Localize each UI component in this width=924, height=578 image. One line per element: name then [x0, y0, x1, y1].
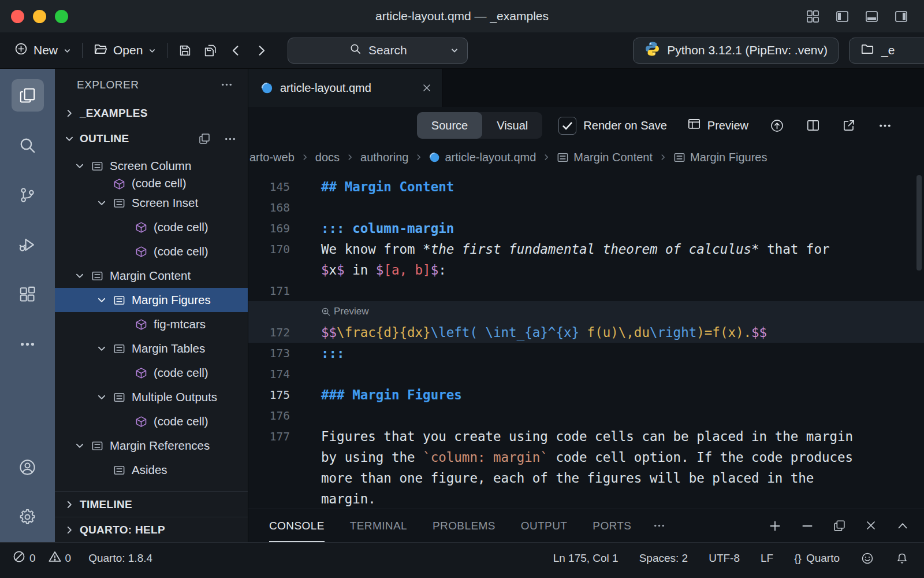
more-actions-icon[interactable] [223, 132, 237, 146]
math-preview-row[interactable]: Preview [248, 301, 924, 322]
back-button[interactable] [223, 37, 248, 64]
code-line[interactable]: by using the `column: margin` code cell … [248, 447, 924, 468]
eol-status[interactable]: LF [761, 552, 773, 565]
interpreter-selector[interactable]: Python 3.12.1 (PipEnv: .venv) [633, 38, 839, 64]
code-line[interactable]: 177Figures that you create using code ce… [248, 426, 924, 447]
code-line[interactable]: 175### Margin Figures [248, 384, 924, 405]
extensions-icon[interactable] [12, 278, 44, 310]
more-actions-icon[interactable] [877, 118, 893, 134]
outline-section-header[interactable]: OUTLINE [55, 126, 248, 151]
search-activity-icon[interactable] [12, 129, 44, 161]
split-panel-icon[interactable] [832, 518, 847, 533]
outline-item-code-cell[interactable]: (code cell) [55, 409, 248, 433]
source-mode-button[interactable]: Source [417, 112, 482, 139]
code-line[interactable]: 145## Margin Content [248, 176, 924, 197]
forward-button[interactable] [248, 37, 274, 64]
minimize-panel-icon[interactable] [800, 518, 815, 533]
collapse-all-icon[interactable] [198, 132, 211, 146]
outline-item-screen-inset[interactable]: Screen Inset [55, 191, 248, 215]
workspace-button[interactable]: _e [849, 38, 924, 64]
toggle-right-sidebar-icon[interactable] [893, 9, 909, 24]
breadcrumb-item-margin-figures[interactable]: Margin Figures [673, 151, 767, 164]
examples-section-header[interactable]: _EXAMPLES [55, 101, 248, 126]
code-line[interactable]: 169::: column-margin [248, 218, 924, 239]
code-line[interactable]: $x$ in $[a, b]$: [248, 260, 924, 280]
tree-chevron-icon[interactable] [71, 271, 88, 281]
search-box[interactable]: Search [288, 38, 468, 64]
minimize-window-button[interactable] [33, 10, 46, 23]
tree-chevron-icon[interactable] [93, 343, 110, 354]
notifications-bell-icon[interactable] [895, 551, 909, 565]
editor-scrollbar[interactable] [916, 175, 922, 271]
render-on-save-checkbox[interactable] [558, 117, 576, 135]
panel-tab-problems[interactable]: PROBLEMS [433, 509, 495, 542]
code-editor[interactable]: 145## Margin Content168169::: column-mar… [248, 171, 924, 509]
panel-tab-output[interactable]: OUTPUT [521, 509, 568, 542]
outline-item-margin-references[interactable]: Margin References [55, 433, 248, 458]
code-line[interactable]: 170We know from *the first fundamental t… [248, 239, 924, 260]
explorer-activity-icon[interactable] [12, 79, 44, 112]
editor-tab[interactable]: article-layout.qmd [248, 69, 442, 107]
breadcrumb-item-docs[interactable]: docs [315, 151, 340, 164]
code-line[interactable]: more than one figure, each of the figure… [248, 468, 924, 488]
open-external-icon[interactable] [841, 118, 856, 133]
breadcrumb-item-margin-content[interactable]: Margin Content [557, 151, 653, 164]
tree-chevron-icon[interactable] [71, 440, 88, 451]
panel-tab-terminal[interactable]: TERMINAL [350, 509, 407, 542]
maximize-panel-icon[interactable] [895, 518, 910, 533]
save-all-button[interactable] [198, 37, 223, 64]
source-control-icon[interactable] [12, 179, 44, 211]
code-line[interactable]: 173::: [248, 343, 924, 364]
code-line[interactable]: margin. [248, 488, 924, 509]
language-mode-status[interactable]: {} Quarto [794, 552, 840, 565]
code-line[interactable]: 171 [248, 280, 924, 301]
new-button[interactable]: New [8, 38, 77, 62]
toggle-bottom-panel-icon[interactable] [864, 9, 880, 24]
save-button[interactable] [172, 37, 198, 64]
preview-button[interactable]: Preview [687, 117, 748, 135]
code-line[interactable]: 176 [248, 405, 924, 426]
outline-item-margin-figures[interactable]: Margin Figures [55, 288, 248, 312]
customize-layout-icon[interactable] [805, 9, 821, 24]
run-debug-icon[interactable] [12, 228, 44, 261]
close-tab-icon[interactable] [421, 82, 433, 94]
outline-item-code-cell[interactable]: (code cell) [55, 239, 248, 264]
cursor-position-status[interactable]: Ln 175, Col 1 [553, 552, 619, 565]
toggle-left-sidebar-icon[interactable] [834, 9, 850, 24]
more-actions-icon[interactable] [652, 518, 666, 533]
breadcrumb-item-article-layout-qmd[interactable]: article-layout.qmd [429, 151, 536, 164]
close-panel-icon[interactable] [864, 518, 878, 533]
quarto-version-status[interactable]: Quarto: 1.8.4 [88, 552, 152, 565]
outline-item-code-cell[interactable]: (code cell) [55, 361, 248, 385]
more-actions-icon[interactable] [219, 77, 234, 92]
outline-item-code-cell[interactable]: (code cell) [55, 215, 248, 239]
quarto-help-section-header[interactable]: QUARTO: HELP [55, 517, 248, 542]
problems-status[interactable]: 0 0 [13, 550, 71, 566]
indentation-status[interactable]: Spaces: 2 [639, 552, 688, 565]
outline-item-fig-mtcars[interactable]: fig-mtcars [55, 312, 248, 336]
outline-item-margin-tables[interactable]: Margin Tables [55, 336, 248, 361]
encoding-status[interactable]: UTF-8 [709, 552, 740, 565]
zoom-window-button[interactable] [55, 10, 68, 23]
settings-gear-icon[interactable] [12, 501, 44, 533]
code-line[interactable]: 172$$\frac{d}{dx}\left( \int_{a}^{x} f(u… [248, 322, 924, 343]
tree-chevron-icon[interactable] [93, 295, 110, 305]
feedback-smiley-icon[interactable] [860, 551, 874, 565]
split-editor-icon[interactable] [806, 118, 821, 133]
outline-item-code-cell[interactable]: (code cell) [55, 178, 248, 191]
tree-chevron-icon[interactable] [93, 198, 110, 208]
add-console-icon[interactable] [767, 518, 783, 533]
outline-item-margin-content[interactable]: Margin Content [55, 264, 248, 288]
breadcrumb-item-arto-web[interactable]: arto-web [249, 151, 295, 164]
code-line[interactable]: 174 [248, 364, 924, 384]
account-icon[interactable] [12, 451, 44, 483]
breadcrumb-item-authoring[interactable]: authoring [360, 151, 408, 164]
code-line[interactable]: 168 [248, 197, 924, 218]
close-window-button[interactable] [11, 10, 24, 23]
publish-icon[interactable] [769, 118, 785, 134]
open-button[interactable]: Open [87, 38, 162, 63]
tree-chevron-icon[interactable] [93, 392, 110, 402]
visual-mode-button[interactable]: Visual [482, 112, 542, 139]
panel-tab-ports[interactable]: PORTS [593, 509, 631, 542]
tree-chevron-icon[interactable] [71, 161, 88, 171]
